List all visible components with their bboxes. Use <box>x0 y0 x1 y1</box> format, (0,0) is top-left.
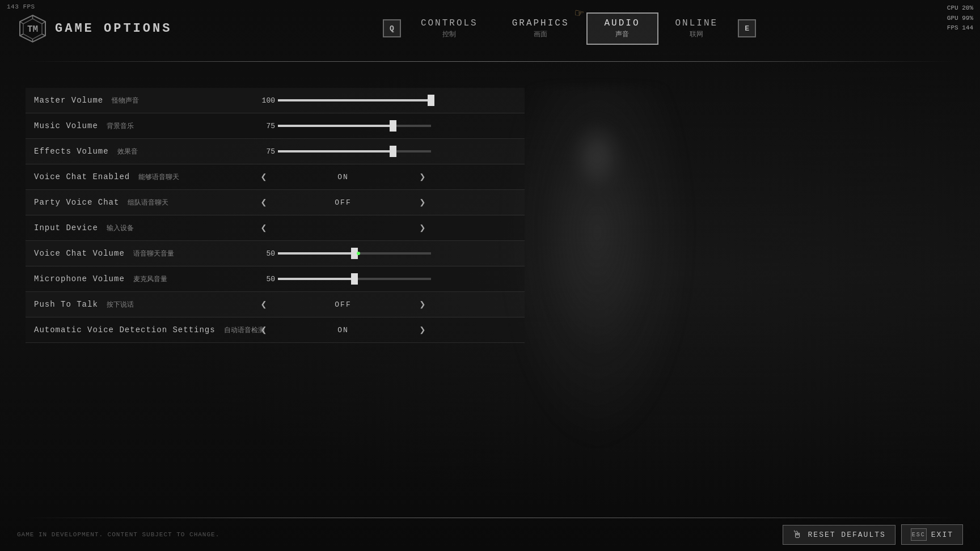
label-en-voice-chat-enabled: Voice Chat Enabled <box>34 172 130 181</box>
settings-row-voice-chat-enabled: Voice Chat Enabled能够语音聊天❮ON❯ <box>26 164 525 190</box>
control-col-microphone-volume: 50 <box>252 275 525 283</box>
toggle-left-input-device[interactable]: ❮ <box>255 222 272 234</box>
nav-key-e[interactable]: E <box>738 19 756 37</box>
ghost-decoration <box>498 85 696 453</box>
control-col-master-volume: 100 <box>252 96 525 105</box>
tab-controls-label: CONTROLS <box>421 18 478 28</box>
slider-value-voice-chat-volume: 50 <box>255 249 275 258</box>
toggle-left-push-to-talk[interactable]: ❮ <box>255 298 272 311</box>
tab-controls[interactable]: CONTROLS 控制 <box>404 14 495 44</box>
label-col-push-to-talk: Push To Talk按下说话 <box>26 300 252 310</box>
label-col-microphone-volume: Microphone Volume麦克风音量 <box>26 274 252 284</box>
slider-track-microphone-volume[interactable] <box>278 278 431 280</box>
toggle-value-party-voice-chat: OFF <box>272 198 414 207</box>
control-col-voice-chat-volume: 50 <box>252 249 525 258</box>
toggle-party-voice-chat: ❮OFF❯ <box>255 196 431 209</box>
settings-row-music-volume: Music Volume背景音乐75 <box>26 113 525 139</box>
svg-text:TM: TM <box>27 24 38 35</box>
toggle-input-device: ❮❯ <box>255 222 431 234</box>
toggle-left-party-voice-chat[interactable]: ❮ <box>255 196 272 209</box>
settings-row-party-voice-chat: Party Voice Chat组队语音聊天❮OFF❯ <box>26 190 525 215</box>
slider-thumb-microphone-volume[interactable] <box>351 273 358 285</box>
reset-defaults-label: RESET DEFAULTS <box>808 531 886 539</box>
label-en-microphone-volume: Microphone Volume <box>34 274 125 283</box>
label-col-auto-voice-detection: Automatic Voice Detection Settings自动语音检测 <box>26 325 252 335</box>
slider-track-effects-volume[interactable] <box>278 150 431 152</box>
settings-row-master-volume: Master Volume怪物声音100 <box>26 88 525 113</box>
reset-defaults-button[interactable]: 🖱 RESET DEFAULTS <box>783 525 895 545</box>
nav-tabs: Q CONTROLS 控制 ☞ GRAPHICS 画面 AUDIO 声音 ONL… <box>176 12 963 45</box>
control-col-music-volume: 75 <box>252 122 525 130</box>
slider-music-volume[interactable]: 75 <box>255 122 431 130</box>
toggle-value-auto-voice-detection: ON <box>272 326 414 334</box>
label-en-music-volume: Music Volume <box>34 121 98 130</box>
game-logo-icon: TM <box>17 13 48 44</box>
slider-effects-volume[interactable]: 75 <box>255 147 431 156</box>
header: TM GAME OPTIONS Q CONTROLS 控制 ☞ GRAPHICS… <box>0 0 980 57</box>
tab-online-cn: 联网 <box>690 29 703 39</box>
toggle-right-party-voice-chat[interactable]: ❯ <box>414 196 431 209</box>
tab-graphics[interactable]: ☞ GRAPHICS 画面 <box>495 14 586 44</box>
toggle-left-auto-voice-detection[interactable]: ❮ <box>255 324 272 336</box>
settings-row-push-to-talk: Push To Talk按下说话❮OFF❯ <box>26 292 525 317</box>
tab-audio-cn: 声音 <box>615 29 629 39</box>
label-cn-microphone-volume: 麦克风音量 <box>133 274 167 284</box>
slider-microphone-volume[interactable]: 50 <box>255 275 431 283</box>
tab-online-label: ONLINE <box>675 18 719 28</box>
toggle-left-voice-chat-enabled[interactable]: ❮ <box>255 171 272 183</box>
label-en-input-device: Input Device <box>34 223 98 232</box>
label-cn-master-volume: 怪物声音 <box>112 96 139 105</box>
toggle-value-voice-chat-enabled: ON <box>272 173 414 181</box>
slider-track-master-volume[interactable] <box>278 99 431 101</box>
esc-key-icon: Esc <box>911 528 927 541</box>
label-en-party-voice-chat: Party Voice Chat <box>34 198 119 207</box>
slider-value-music-volume: 75 <box>255 122 275 130</box>
control-col-effects-volume: 75 <box>252 147 525 156</box>
tab-controls-cn: 控制 <box>442 29 456 39</box>
exit-button[interactable]: Esc EXIT <box>901 524 963 545</box>
toggle-push-to-talk: ❮OFF❯ <box>255 298 431 311</box>
toggle-right-input-device[interactable]: ❯ <box>414 222 431 234</box>
slider-thumb-effects-volume[interactable] <box>390 146 396 157</box>
footer: GAME IN DEVELOPMENT. CONTENT SUBJECT TO … <box>0 518 980 551</box>
label-col-music-volume: Music Volume背景音乐 <box>26 121 252 131</box>
slider-thumb-music-volume[interactable] <box>390 120 396 132</box>
label-col-voice-chat-volume: Voice Chat Volume语音聊天音量 <box>26 249 252 258</box>
slider-value-effects-volume: 75 <box>255 147 275 156</box>
tab-audio-label: AUDIO <box>605 18 640 28</box>
slider-value-microphone-volume: 50 <box>255 275 275 283</box>
label-col-input-device: Input Device输入设备 <box>26 223 252 233</box>
logo-area: TM GAME OPTIONS <box>17 13 176 44</box>
top-border <box>23 61 957 62</box>
slider-thumb-master-volume[interactable] <box>428 95 434 106</box>
tab-graphics-cn: 画面 <box>534 29 547 39</box>
label-col-effects-volume: Effects Volume效果音 <box>26 147 252 156</box>
slider-value-master-volume: 100 <box>255 96 275 105</box>
label-col-party-voice-chat: Party Voice Chat组队语音聊天 <box>26 198 252 207</box>
nav-key-q[interactable]: Q <box>383 19 401 37</box>
label-cn-effects-volume: 效果音 <box>117 147 138 156</box>
settings-table: Master Volume怪物声音100Music Volume背景音乐75Ef… <box>26 88 525 343</box>
footer-buttons: 🖱 RESET DEFAULTS Esc EXIT <box>783 524 963 545</box>
control-col-push-to-talk: ❮OFF❯ <box>252 298 525 311</box>
slider-track-music-volume[interactable] <box>278 125 431 127</box>
toggle-right-voice-chat-enabled[interactable]: ❯ <box>414 171 431 183</box>
dev-notice: GAME IN DEVELOPMENT. CONTENT SUBJECT TO … <box>17 531 219 538</box>
toggle-right-auto-voice-detection[interactable]: ❯ <box>414 324 431 336</box>
label-en-push-to-talk: Push To Talk <box>34 300 98 309</box>
settings-row-voice-chat-volume: Voice Chat Volume语音聊天音量50 <box>26 241 525 266</box>
slider-voice-chat-volume[interactable]: 50 <box>255 249 431 258</box>
toggle-value-push-to-talk: OFF <box>272 300 414 309</box>
label-cn-input-device: 输入设备 <box>107 223 134 233</box>
toggle-right-push-to-talk[interactable]: ❯ <box>414 298 431 311</box>
label-en-master-volume: Master Volume <box>34 96 103 105</box>
slider-master-volume[interactable]: 100 <box>255 96 431 105</box>
settings-row-microphone-volume: Microphone Volume麦克风音量50 <box>26 266 525 292</box>
control-col-voice-chat-enabled: ❮ON❯ <box>252 171 525 183</box>
hand-cursor-icon: ☞ <box>574 4 585 22</box>
tab-audio[interactable]: AUDIO 声音 <box>586 12 658 45</box>
label-cn-voice-chat-enabled: 能够语音聊天 <box>138 172 179 182</box>
tab-online[interactable]: ONLINE 联网 <box>658 14 736 44</box>
slider-track-voice-chat-volume[interactable] <box>278 252 431 255</box>
label-cn-music-volume: 背景音乐 <box>107 121 134 131</box>
